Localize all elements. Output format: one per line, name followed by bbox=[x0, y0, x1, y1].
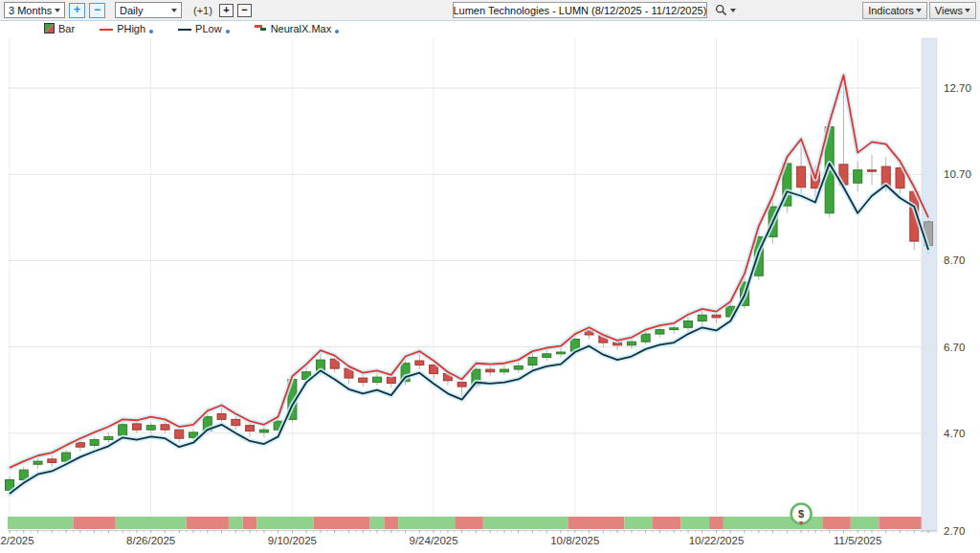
neuralx-icon bbox=[255, 24, 267, 33]
indicator-settings-dot[interactable] bbox=[226, 30, 230, 33]
x-axis: 8/12/20258/26/20259/10/20259/24/202510/8… bbox=[0, 530, 936, 546]
chevron-down-icon bbox=[730, 9, 736, 12]
line-plow bbox=[10, 164, 928, 494]
svg-text:12.70: 12.70 bbox=[944, 82, 971, 94]
search-icon bbox=[715, 4, 727, 16]
bar-minus-button[interactable]: − bbox=[237, 4, 252, 17]
legend-item-plow[interactable]: PLow bbox=[178, 24, 230, 34]
svg-text:10.70: 10.70 bbox=[944, 168, 971, 180]
indicator-lines bbox=[10, 75, 928, 493]
gridlines bbox=[8, 38, 936, 529]
period-select[interactable]: Daily bbox=[115, 2, 182, 18]
indicator-settings-dot[interactable] bbox=[335, 30, 339, 33]
svg-text:6.70: 6.70 bbox=[944, 342, 965, 353]
svg-text:9/24/2025: 9/24/2025 bbox=[410, 535, 458, 546]
svg-text:9/10/2025: 9/10/2025 bbox=[268, 535, 317, 546]
legend-item-bar[interactable]: Bar bbox=[44, 23, 75, 34]
zoom-out-button[interactable]: − bbox=[89, 3, 105, 18]
chart-area[interactable]: 2.704.706.708.7010.7012.708/12/20258/26/… bbox=[0, 36, 980, 553]
range-select[interactable]: 3 Months bbox=[4, 2, 65, 18]
bar-plus-button[interactable]: + bbox=[219, 4, 234, 17]
symbol-title-box[interactable]: Lumen Technologies - LUMN (8/12/2025 - 1… bbox=[453, 2, 707, 18]
bar-style-icon bbox=[44, 23, 55, 33]
svg-text:4.70: 4.70 bbox=[944, 428, 965, 439]
chevron-down-icon bbox=[965, 9, 970, 12]
symbol-search[interactable] bbox=[715, 4, 736, 16]
period-select-value: Daily bbox=[120, 5, 143, 16]
svg-text:2.70: 2.70 bbox=[944, 525, 965, 537]
svg-text:$: $ bbox=[798, 508, 804, 520]
svg-text:10/8/2025: 10/8/2025 bbox=[550, 535, 599, 546]
price-chart-svg[interactable]: 2.704.706.708.7010.7012.708/12/20258/26/… bbox=[0, 36, 980, 553]
chevron-down-icon bbox=[55, 9, 60, 12]
zoom-in-button[interactable]: + bbox=[69, 3, 85, 18]
y-axis-labels: 2.704.706.708.7010.7012.70 bbox=[944, 82, 971, 537]
line-phigh bbox=[10, 75, 928, 467]
top-toolbar: 3 Months + − Daily (+1) + − Lumen Techno… bbox=[0, 0, 980, 21]
chevron-down-icon bbox=[916, 9, 922, 12]
svg-text:8/26/2025: 8/26/2025 bbox=[126, 535, 175, 546]
indicator-settings-dot[interactable] bbox=[149, 30, 153, 33]
legend-item-neuralx[interactable]: NeuralX.Max bbox=[255, 24, 340, 34]
svg-text:10/22/2025: 10/22/2025 bbox=[689, 535, 745, 546]
bar-offset-label: (+1) bbox=[193, 5, 212, 16]
current-bar-highlight bbox=[922, 38, 937, 532]
svg-text:11/5/2025: 11/5/2025 bbox=[834, 535, 881, 546]
neuralx-signal-strip bbox=[8, 517, 922, 529]
dollar-signal-badge[interactable]: $ bbox=[791, 504, 812, 526]
candlestick-series bbox=[6, 77, 933, 495]
legend-item-phigh[interactable]: PHigh bbox=[100, 24, 153, 34]
chevron-down-icon bbox=[171, 9, 177, 12]
plow-line-icon bbox=[178, 29, 191, 31]
range-select-value: 3 Months bbox=[9, 5, 52, 16]
indicators-button[interactable]: Indicators bbox=[862, 2, 927, 19]
views-button[interactable]: Views bbox=[929, 2, 976, 19]
svg-text:8/12/2025: 8/12/2025 bbox=[0, 535, 34, 546]
svg-text:8.70: 8.70 bbox=[944, 254, 965, 266]
phigh-line-icon bbox=[100, 29, 113, 31]
chart-legend: Bar PHigh PLow NeuralX.Max bbox=[0, 21, 980, 36]
